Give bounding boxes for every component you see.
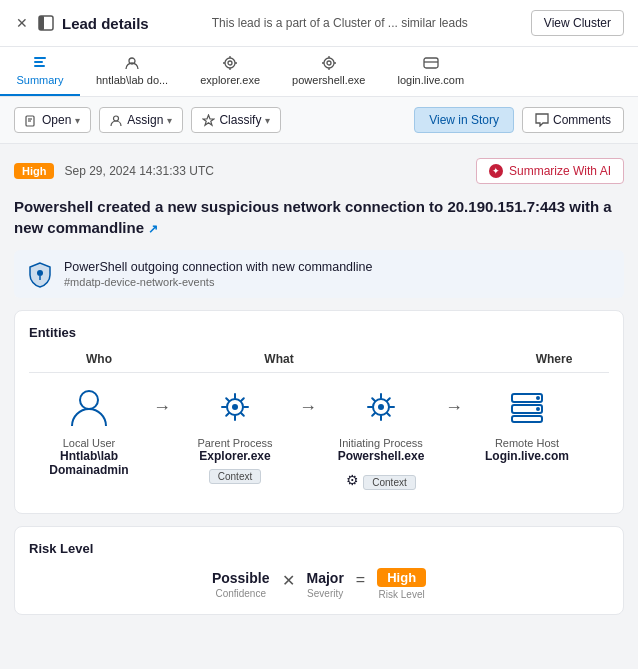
hntlab-tab-icon [124,55,140,71]
entity-initiating-process: Initiating Process Powershell.exe ⚙ Cont… [321,383,441,490]
cluster-notice: This lead is a part of a Cluster of ... … [212,16,468,30]
severity-value: Major [307,570,344,586]
parent-process-label: Parent Process [197,437,272,449]
tab-summary-label: Summary [16,74,63,86]
close-icon[interactable]: ✕ [14,15,30,31]
risk-value-badge: High [377,568,426,587]
svg-point-30 [378,404,384,410]
svg-point-34 [536,396,540,400]
alert-row: High Sep 29, 2024 14:31:33 UTC ✦ Summari… [14,158,624,184]
alert-timestamp: Sep 29, 2024 14:31:33 UTC [64,164,213,178]
what-header: What [169,352,389,366]
risk-confidence: Possible Confidence [212,570,270,599]
powershell-tab-icon [321,55,337,71]
initiating-process-label: Initiating Process [339,437,423,449]
page-title: Lead details [62,15,149,32]
open-chevron-icon: ▾ [75,115,80,126]
svg-point-6 [225,58,235,68]
arrow-1: → [153,383,171,418]
view-in-story-button[interactable]: View in Story [414,107,514,133]
svg-rect-33 [512,416,542,422]
tab-summary[interactable]: Summary [0,47,80,96]
parent-process-name: Explorer.exe [199,449,270,463]
confidence-label: Confidence [215,588,266,599]
entity-parent-process: Parent Process Explorer.exe Context [175,383,295,484]
tab-powershell[interactable]: powershell.exe [276,47,381,96]
svg-point-24 [37,270,43,276]
tab-powershell-label: powershell.exe [292,74,365,86]
entity-local-monitor: Local A... Dc01.hntlab... Domain Co... C… [587,383,609,499]
assign-icon [110,114,123,127]
risk-level-card: Risk Level Possible Confidence ✕ Major S… [14,526,624,615]
summary-tab-icon [32,55,48,71]
explorer-tab-icon [222,55,238,71]
risk-result: High Risk Level [377,568,426,600]
entity-headers: Who What Where [29,352,609,373]
tab-hntlab[interactable]: hntlab\lab do... [80,47,184,96]
summarize-button[interactable]: ✦ Summarize With AI [476,158,624,184]
svg-point-28 [232,404,238,410]
initiating-process-name: Powershell.exe [338,449,425,463]
svg-point-23 [114,116,119,121]
equals-icon: = [356,571,365,589]
svg-point-35 [536,407,540,411]
gear-icon-1 [211,383,259,431]
assign-chevron-icon: ▾ [167,115,172,126]
comments-button[interactable]: Comments [522,107,624,133]
svg-rect-4 [34,65,45,67]
source-tag: #mdatp-device-network-events [64,276,373,288]
remote-host-label: Remote Host [495,437,559,449]
tab-hntlab-label: hntlab\lab do... [96,74,168,86]
view-cluster-button[interactable]: View Cluster [531,10,624,36]
confidence-value: Possible [212,570,270,586]
initiating-process-context[interactable]: Context [363,475,415,490]
multiply-icon: ✕ [282,571,295,590]
risk-severity: Major Severity [307,570,344,599]
spacer-header [389,352,499,366]
comments-icon [535,113,549,127]
tab-explorer-label: explorer.exe [200,74,260,86]
svg-point-7 [228,61,232,65]
classify-icon [202,114,215,127]
open-button[interactable]: Open ▾ [14,107,91,133]
arrow-3: → [445,383,463,418]
tab-loginlive-label: login.live.com [397,74,464,86]
risk-label: Risk Level [379,589,425,600]
entities-card: Entities Who What Where Local User Hntla… [14,310,624,514]
source-box: PowerShell outgoing connection with new … [14,250,624,298]
alert-title: Powershell created a new suspicious netw… [14,196,624,238]
remote-host-name: Login.live.com [485,449,569,463]
open-icon [25,114,38,127]
tab-explorer[interactable]: explorer.exe [184,47,276,96]
external-link-icon[interactable]: ↗ [148,222,158,236]
source-info: PowerShell outgoing connection with new … [64,260,373,288]
who-header: Who [29,352,169,366]
toolbar-right: View in Story Comments [414,107,624,133]
user-icon [65,383,113,431]
header-left: ✕ Lead details [14,15,149,32]
svg-point-26 [80,391,98,409]
parent-process-context[interactable]: Context [209,469,261,484]
entity-local-user: Local User Hntlab\lab Domainadmin [29,383,149,477]
arrow-2: → [299,383,317,418]
assign-button[interactable]: Assign ▾ [99,107,183,133]
risk-level-title: Risk Level [29,541,609,556]
alert-left: High Sep 29, 2024 14:31:33 UTC [14,163,214,179]
svg-point-13 [327,61,331,65]
svg-rect-1 [39,16,44,30]
header: ✕ Lead details This lead is a part of a … [0,0,638,47]
where-header: Where [499,352,609,366]
toolbar: Open ▾ Assign ▾ Classify ▾ View in Story… [0,97,638,144]
tab-bar: Summary hntlab\lab do... explorer.exe po… [0,47,638,97]
local-user-name: Hntlab\lab Domainadmin [49,449,128,477]
svg-point-12 [324,58,334,68]
panel-icon [38,15,54,31]
gear-icon-2 [357,383,405,431]
source-text: PowerShell outgoing connection with new … [64,260,373,274]
tab-loginlive[interactable]: login.live.com [381,47,480,96]
loginlive-tab-icon [423,55,439,71]
classify-chevron-icon: ▾ [265,115,270,126]
main-content: High Sep 29, 2024 14:31:33 UTC ✦ Summari… [0,144,638,629]
svg-rect-3 [34,61,43,63]
classify-button[interactable]: Classify ▾ [191,107,281,133]
